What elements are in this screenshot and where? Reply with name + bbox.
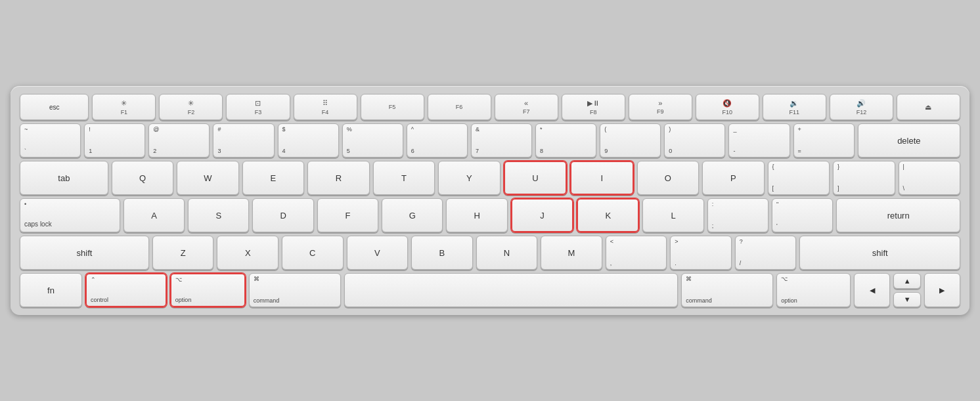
key-quote[interactable]: " ' — [772, 198, 833, 232]
key-t[interactable]: T — [373, 161, 435, 195]
key-9[interactable]: ( 9 — [600, 123, 661, 158]
key-caps-lock[interactable]: • caps lock — [20, 198, 120, 232]
key-q-label: Q — [139, 173, 146, 183]
key-f11[interactable]: 🔉 F11 — [763, 94, 826, 120]
key-period[interactable]: > . — [670, 236, 732, 270]
key-tab[interactable]: tab — [20, 161, 108, 195]
key-delete-label: delete — [897, 136, 920, 146]
key-control[interactable]: ⌃ control — [85, 273, 167, 307]
key-6-top: ^ — [411, 127, 414, 133]
key-f9-icon: » — [658, 99, 662, 107]
key-k[interactable]: K — [577, 198, 639, 232]
key-l[interactable]: L — [642, 198, 703, 232]
key-slash[interactable]: ? / — [735, 236, 797, 270]
key-bracket-l-bottom: [ — [772, 186, 774, 192]
key-p[interactable]: P — [702, 161, 764, 195]
key-backtick[interactable]: ~ ` — [20, 123, 81, 158]
key-command-left[interactable]: ⌘ command — [249, 273, 341, 307]
key-minus[interactable]: _ - — [728, 123, 790, 158]
key-backslash[interactable]: | \ — [899, 161, 960, 195]
key-c[interactable]: C — [282, 236, 344, 270]
key-s[interactable]: S — [188, 198, 249, 232]
key-arrow-right[interactable]: ▶ — [924, 273, 960, 307]
key-a[interactable]: A — [123, 198, 185, 232]
key-arrow-down[interactable]: ▼ — [893, 292, 920, 308]
key-g[interactable]: G — [382, 198, 443, 232]
key-3[interactable]: # 3 — [213, 123, 274, 158]
key-m-label: M — [568, 248, 575, 258]
key-esc[interactable]: esc — [20, 94, 89, 120]
key-h[interactable]: H — [446, 198, 507, 232]
key-semicolon-bottom: ; — [712, 223, 714, 229]
key-8[interactable]: * 8 — [535, 123, 596, 158]
key-v[interactable]: V — [347, 236, 409, 270]
key-option-left-label: option — [175, 297, 192, 303]
key-f2[interactable]: ✳︎ F2 — [159, 94, 223, 120]
key-comma[interactable]: < , — [606, 236, 667, 270]
key-return[interactable]: return — [836, 198, 960, 232]
key-5[interactable]: % 5 — [342, 123, 403, 158]
key-6[interactable]: ^ 6 — [407, 123, 468, 158]
key-f11-icon: 🔉 — [790, 99, 799, 108]
key-6-bottom: 6 — [411, 148, 414, 154]
qwerty-row: tab Q W E R T Y U I O P — [20, 161, 960, 195]
key-a-label: A — [151, 211, 157, 221]
key-equal[interactable]: + = — [793, 123, 855, 158]
key-f8[interactable]: ▶⏸ F8 — [562, 94, 625, 120]
key-2[interactable]: @ 2 — [148, 123, 210, 158]
key-d[interactable]: D — [252, 198, 313, 232]
key-shift-right[interactable]: shift — [799, 236, 960, 270]
key-w[interactable]: W — [177, 161, 238, 195]
key-fn[interactable]: fn — [20, 273, 82, 307]
key-command-right[interactable]: ⌘ command — [681, 273, 773, 307]
key-5-bottom: 5 — [347, 148, 350, 154]
key-o[interactable]: O — [637, 161, 699, 195]
key-f1-label: F1 — [121, 109, 128, 116]
key-z[interactable]: Z — [152, 236, 214, 270]
key-shift-left[interactable]: shift — [20, 236, 149, 270]
key-b[interactable]: B — [411, 236, 473, 270]
key-delete[interactable]: delete — [858, 123, 960, 158]
key-n[interactable]: N — [476, 236, 538, 270]
key-f1[interactable]: ✳︎ F1 — [92, 94, 156, 120]
key-f5[interactable]: F5 — [361, 94, 424, 120]
key-f4[interactable]: ⠿ F4 — [294, 94, 357, 120]
key-m[interactable]: M — [541, 236, 602, 270]
key-comma-bottom: , — [610, 261, 612, 266]
key-f6[interactable]: F6 — [428, 94, 491, 120]
key-option-right-label: option — [781, 298, 797, 304]
key-f[interactable]: F — [317, 198, 378, 232]
key-f7[interactable]: « F7 — [495, 94, 558, 120]
key-semicolon[interactable]: : ; — [707, 198, 768, 232]
key-d-label: D — [280, 211, 286, 221]
key-e[interactable]: E — [242, 161, 304, 195]
key-4[interactable]: $ 4 — [278, 123, 339, 158]
key-option-right[interactable]: ⌥ option — [776, 273, 851, 307]
arrow-top: ◀ ▲ ▼ ▶ — [854, 273, 960, 307]
key-bracket-l[interactable]: { [ — [768, 161, 830, 195]
key-arrow-up[interactable]: ▲ — [893, 273, 920, 289]
key-bracket-r[interactable]: } ] — [833, 161, 895, 195]
key-y[interactable]: Y — [438, 161, 500, 195]
key-1[interactable]: ! 1 — [84, 123, 145, 158]
key-0[interactable]: ) 0 — [664, 123, 725, 158]
key-f3-icon: ⊡ — [255, 99, 261, 108]
key-arrow-left[interactable]: ◀ — [854, 273, 890, 307]
key-space[interactable] — [344, 273, 679, 307]
key-comma-top: < — [610, 239, 613, 245]
key-u[interactable]: U — [504, 161, 567, 195]
key-f9[interactable]: » F9 — [629, 94, 692, 120]
key-option-left[interactable]: ⌥ option — [170, 273, 246, 307]
key-7[interactable]: & 7 — [471, 123, 532, 158]
key-f3[interactable]: ⊡ F3 — [226, 94, 290, 120]
key-f12[interactable]: 🔊 F12 — [830, 94, 893, 120]
key-r[interactable]: R — [307, 161, 369, 195]
key-p-label: P — [730, 173, 736, 183]
key-q[interactable]: Q — [112, 161, 173, 195]
key-u-label: U — [532, 173, 538, 183]
key-j[interactable]: J — [511, 198, 573, 232]
key-x[interactable]: X — [217, 236, 278, 270]
key-eject[interactable]: ⏏ — [897, 94, 960, 120]
key-i[interactable]: I — [570, 161, 633, 195]
key-f10[interactable]: 🔇 F10 — [696, 94, 759, 120]
